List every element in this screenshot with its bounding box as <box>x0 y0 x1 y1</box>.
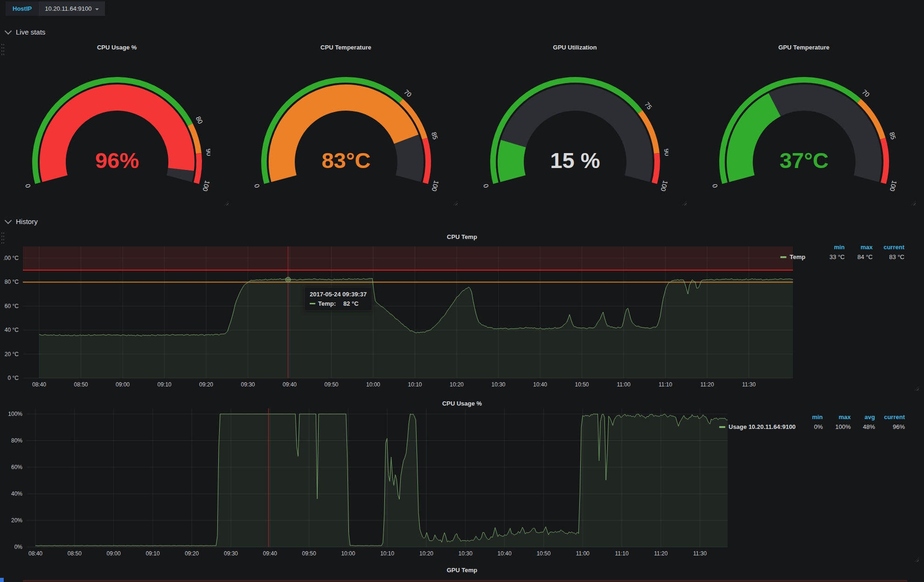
svg-text:70: 70 <box>403 88 413 98</box>
series-color-dash <box>310 303 315 304</box>
svg-text:11:20: 11:20 <box>654 550 667 557</box>
cpu-temperature-gauge: 0708510083°C <box>253 66 439 193</box>
panel-gpu-utilization-gauge: GPU Utilization 0759010015 % <box>462 41 688 207</box>
svg-text:80: 80 <box>195 115 204 125</box>
variable-label: HostIP <box>6 1 39 16</box>
svg-text:15 %: 15 % <box>550 148 600 173</box>
series-color-swatch <box>719 426 725 428</box>
svg-text:10:00: 10:00 <box>341 550 355 557</box>
legend-header: min max avg current <box>719 412 905 422</box>
svg-text:09:40: 09:40 <box>263 550 277 557</box>
svg-text:37°C: 37°C <box>779 148 828 173</box>
legend-min-value: 0% <box>799 423 823 430</box>
svg-text:100: 100 <box>888 180 897 192</box>
chart-legend: min max avg current Usage 10.20.11.64:91… <box>719 412 905 432</box>
panel-resize-handle[interactable] <box>911 201 916 205</box>
svg-text:0 °C: 0 °C <box>8 375 19 381</box>
svg-text:10:50: 10:50 <box>536 550 550 557</box>
svg-text:40 °C: 40 °C <box>5 327 19 333</box>
svg-text:0%: 0% <box>14 544 23 550</box>
svg-text:90: 90 <box>205 148 210 156</box>
svg-text:85: 85 <box>430 131 439 140</box>
svg-text:0: 0 <box>24 183 32 189</box>
panel-title[interactable]: CPU Usage % <box>4 44 230 51</box>
panel-title[interactable]: GPU Temp <box>4 567 920 574</box>
panel-cpu-usage-chart: CPU Usage % 0%20%40%60%80%100%08:4008:50… <box>4 394 920 563</box>
tooltip-series-label: Temp: <box>318 300 336 307</box>
legend-current-value: 96% <box>875 423 905 430</box>
svg-text:10:20: 10:20 <box>419 550 433 557</box>
panel-resize-handle[interactable] <box>682 201 687 205</box>
svg-text:10:50: 10:50 <box>575 381 589 388</box>
panel-resize-handle[interactable] <box>453 201 458 205</box>
panel-gpu-temperature-gauge: GPU Temperature 0708510037°C <box>691 41 917 207</box>
legend-current-value: 83 °C <box>873 253 904 260</box>
panel-title[interactable]: CPU Temperature <box>233 44 459 51</box>
svg-text:83°C: 83°C <box>321 148 370 173</box>
legend-series-row: Usage 10.20.11.64:9100 0% 100% 48% 96% <box>719 422 905 432</box>
svg-text:70: 70 <box>861 88 871 98</box>
svg-text:100 °C: 100 °C <box>4 255 19 261</box>
svg-text:09:30: 09:30 <box>224 550 238 557</box>
svg-text:0: 0 <box>482 183 490 189</box>
svg-text:09:50: 09:50 <box>302 550 316 557</box>
svg-text:60 °C: 60 °C <box>5 303 19 309</box>
row-header-live-stats[interactable]: Live stats <box>6 28 45 36</box>
svg-text:60%: 60% <box>11 464 22 470</box>
svg-text:100: 100 <box>659 180 668 192</box>
legend-max-value: 100% <box>823 423 851 430</box>
panel-cpu-temp-chart: CPU Temp 0 °C20 °C40 °C60 °C80 °C100 °C0… <box>4 230 920 392</box>
legend-col-current: current <box>875 414 905 421</box>
svg-text:90: 90 <box>663 148 668 156</box>
tooltip-series-row: Temp: 82 °C <box>310 300 367 307</box>
legend-max-value: 84 °C <box>845 253 873 260</box>
svg-text:100%: 100% <box>8 411 22 417</box>
graph-tooltip: 2017-05-24 09:39:37 Temp: 82 °C <box>304 287 372 311</box>
legend-avg-value: 48% <box>851 423 875 430</box>
svg-text:0: 0 <box>711 183 719 189</box>
cpu-usage-gauge: 0809010096% <box>24 66 210 193</box>
gpu-temperature-gauge: 0708510037°C <box>711 66 897 193</box>
svg-text:80%: 80% <box>11 437 22 444</box>
svg-text:10:00: 10:00 <box>366 381 380 388</box>
scroll-indicator <box>0 578 4 582</box>
svg-text:08:40: 08:40 <box>28 550 42 557</box>
svg-text:09:20: 09:20 <box>185 550 199 557</box>
tooltip-series-value: 82 °C <box>343 300 359 307</box>
svg-text:08:50: 08:50 <box>74 381 88 388</box>
svg-text:20 °C: 20 °C <box>5 351 19 358</box>
chart-legend: min max current Temp 33 °C 84 °C 83 °C <box>780 242 904 262</box>
panel-resize-handle[interactable] <box>224 201 229 205</box>
svg-text:11:30: 11:30 <box>742 381 756 388</box>
svg-text:100: 100 <box>201 180 210 192</box>
svg-text:10:10: 10:10 <box>408 381 422 388</box>
legend-series-toggle[interactable]: Usage 10.20.11.64:9100 <box>719 423 799 430</box>
svg-text:85: 85 <box>888 131 897 140</box>
legend-series-toggle[interactable]: Temp <box>780 253 817 260</box>
panel-gpu-temp-chart: GPU Temp <box>4 565 920 582</box>
svg-text:11:00: 11:00 <box>617 381 630 388</box>
legend-col-min: min <box>799 414 823 421</box>
gpu-temp-chart-top-edge <box>23 580 907 582</box>
svg-text:10:10: 10:10 <box>380 550 394 557</box>
row-header-history[interactable]: History <box>6 217 38 225</box>
svg-text:10:40: 10:40 <box>533 381 547 388</box>
panel-title[interactable]: GPU Utilization <box>462 44 688 51</box>
svg-text:11:00: 11:00 <box>576 550 590 557</box>
panel-title[interactable]: GPU Temperature <box>691 44 917 51</box>
svg-text:10:20: 10:20 <box>450 381 464 388</box>
legend-col-min: min <box>817 244 845 251</box>
legend-min-value: 33 °C <box>817 253 845 260</box>
variable-value-dropdown[interactable]: 10.20.11.64:9100 <box>39 1 105 16</box>
svg-text:11:20: 11:20 <box>700 381 714 388</box>
svg-text:09:00: 09:00 <box>116 381 130 388</box>
legend-col-max: max <box>823 414 851 421</box>
legend-col-current: current <box>873 244 904 251</box>
svg-text:11:10: 11:10 <box>615 550 628 557</box>
svg-text:96%: 96% <box>95 148 139 173</box>
template-variable-bar: HostIP 10.20.11.64:9100 <box>6 1 105 16</box>
svg-text:80 °C: 80 °C <box>5 279 19 285</box>
panel-cpu-temperature-gauge: CPU Temperature 0708510083°C <box>233 41 459 207</box>
grafana-dashboard: HostIP 10.20.11.64:9100 Live stats CPU U… <box>0 0 924 582</box>
svg-text:10:30: 10:30 <box>459 550 472 557</box>
